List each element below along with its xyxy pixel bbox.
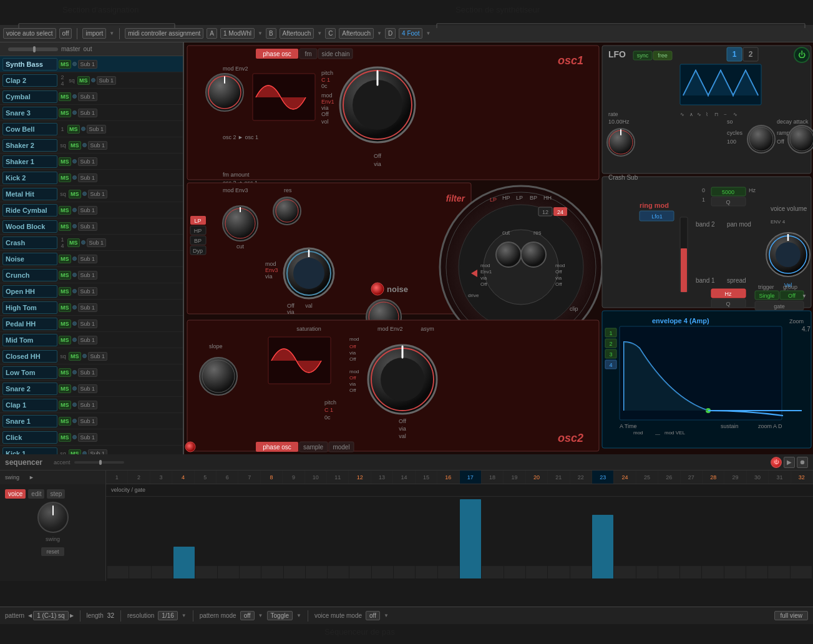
step-num-22[interactable]: 22 — [570, 471, 592, 484]
step-num-7[interactable]: 7 — [238, 471, 260, 484]
voice-sub[interactable]: Sub 1 — [78, 320, 98, 328]
four-foot-arrow[interactable]: ▼ — [426, 31, 431, 36]
voice-item-wood-block[interactable]: Wood BlockMSSub 1 — [0, 218, 183, 235]
voice-item-ride-cymbal[interactable]: Ride CymbalMSSub 1 — [0, 202, 183, 218]
voice-name[interactable]: Cow Bell — [2, 123, 57, 135]
voice-name[interactable]: Closed HH — [2, 350, 57, 363]
swing-knob[interactable] — [37, 502, 69, 533]
voice-ms-button[interactable]: MS — [59, 109, 71, 117]
voice-ms-button[interactable]: MS — [59, 384, 71, 393]
voice-ms-button[interactable]: MS — [69, 190, 81, 198]
voice-sub[interactable]: Sub 1 — [78, 173, 98, 182]
voice-mute-value[interactable]: off — [366, 611, 380, 620]
voice-name[interactable]: Crash — [2, 237, 57, 249]
voice-name[interactable]: Open HH — [2, 285, 57, 298]
step-num-28[interactable]: 28 — [703, 471, 724, 484]
pattern-control[interactable]: ◀ 1 (C-1) sq ▶ — [28, 611, 73, 620]
step-num-8[interactable]: 8 — [261, 471, 283, 484]
step-num-4[interactable]: 4 — [172, 471, 194, 484]
import-button[interactable]: import — [82, 28, 106, 39]
voice-sub[interactable]: Sub 1 — [88, 190, 108, 198]
voice-sub[interactable]: Sub 1 — [78, 336, 98, 344]
step-num-16[interactable]: 16 — [437, 471, 459, 484]
voice-name[interactable]: Wood Block — [2, 220, 57, 233]
voice-name[interactable]: Low Tom — [2, 366, 57, 379]
pattern-next[interactable]: ▶ — [70, 613, 74, 618]
vel-bar-on[interactable] — [592, 515, 613, 578]
voice-ms-button[interactable]: MS — [59, 336, 71, 344]
step-num-27[interactable]: 27 — [681, 471, 703, 484]
voice-name[interactable]: Pedal HH — [2, 318, 57, 330]
voice-item-clap-1[interactable]: Clap 1MSSub 1 — [0, 397, 183, 413]
vel-bar-off[interactable] — [284, 566, 305, 578]
vel-bar-off[interactable] — [680, 566, 701, 578]
voice-mute-arrow[interactable]: ▼ — [384, 613, 389, 618]
vel-bar-off[interactable] — [195, 566, 217, 578]
step-num-14[interactable]: 14 — [393, 471, 415, 484]
voice-sub[interactable]: Sub 1 — [97, 76, 117, 85]
length-value[interactable]: 32 — [107, 612, 114, 619]
vel-bar-off[interactable] — [570, 566, 591, 578]
voice-item-pedal-hh[interactable]: Pedal HHMSSub 1 — [0, 316, 183, 332]
step-num-2[interactable]: 2 — [128, 471, 150, 484]
voice-ms-button[interactable]: MS — [77, 76, 90, 85]
aftertouch-b-dropdown[interactable]: Aftertouch — [280, 28, 314, 39]
step-num-10[interactable]: 10 — [305, 471, 327, 484]
vel-bar-off[interactable] — [702, 566, 723, 578]
voice-item-cymbal[interactable]: CymbalMSSub 1 — [0, 89, 183, 105]
step-num-9[interactable]: 9 — [283, 471, 304, 484]
edit-button[interactable]: edit — [28, 489, 44, 499]
voice-ms-button[interactable]: MS — [59, 287, 71, 296]
step-num-3[interactable]: 3 — [150, 471, 172, 484]
voice-ms-button[interactable]: MS — [59, 173, 71, 182]
full-view-button[interactable]: full view — [774, 611, 808, 620]
vel-bar-off[interactable] — [658, 566, 679, 578]
step-num-24[interactable]: 24 — [614, 471, 636, 484]
vel-bar-off[interactable] — [218, 566, 239, 578]
voice-ms-button[interactable]: MS — [67, 238, 80, 247]
vel-bar-off[interactable] — [438, 566, 459, 578]
accent-handle[interactable] — [99, 460, 102, 465]
vel-bar-off[interactable] — [746, 566, 767, 578]
voice-name[interactable]: Ride Cymbal — [2, 204, 57, 217]
voice-name[interactable]: Snare 1 — [2, 415, 57, 427]
vel-bar-off[interactable] — [416, 566, 437, 578]
voice-item-kick-2[interactable]: Kick 2MSSub 1 — [0, 170, 183, 186]
voice-sub[interactable]: Sub 1 — [78, 417, 98, 426]
voice-ms-button[interactable]: MS — [59, 60, 71, 69]
aftertouch-b-arrow[interactable]: ▼ — [317, 31, 322, 36]
vel-bar-off[interactable] — [240, 566, 261, 578]
voice-name[interactable]: High Tom — [2, 301, 57, 314]
vel-bar-off[interactable] — [636, 566, 658, 578]
voice-sub[interactable]: Sub 1 — [87, 125, 107, 134]
seq-power-btn[interactable]: ⏻ — [771, 457, 782, 468]
vel-bar-off[interactable] — [724, 566, 746, 578]
voice-item-cow-bell[interactable]: Cow Bell1MSSub 1 — [0, 121, 183, 137]
step-num-30[interactable]: 30 — [747, 471, 769, 484]
voice-item-mid-tom[interactable]: Mid TomMSSub 1 — [0, 332, 183, 348]
voice-item-crash[interactable]: Crash1 4MSSub 1 — [0, 235, 183, 251]
step-num-26[interactable]: 26 — [658, 471, 680, 484]
voice-name[interactable]: Shaker 1 — [2, 155, 57, 168]
voice-sub[interactable]: Sub 1 — [78, 433, 98, 442]
voice-item-synth-bass[interactable]: Synth BassMSSub 1 — [0, 56, 183, 72]
voice-ms-button[interactable]: MS — [59, 255, 71, 263]
vel-bar-off[interactable] — [107, 566, 129, 578]
vel-bar-off[interactable] — [394, 566, 415, 578]
aftertouch-c-arrow[interactable]: ▼ — [377, 31, 382, 36]
step-num-29[interactable]: 29 — [724, 471, 746, 484]
step-num-6[interactable]: 6 — [217, 471, 238, 484]
voice-item-snare-2[interactable]: Snare 2MSSub 1 — [0, 381, 183, 397]
master-slider[interactable] — [8, 47, 58, 51]
voice-ms-button[interactable]: MS — [59, 157, 71, 166]
reset-button[interactable]: reset — [41, 547, 64, 556]
voice-name[interactable]: Synth Bass — [2, 58, 57, 71]
vel-bar-on[interactable] — [460, 499, 481, 578]
four-foot-dropdown[interactable]: 4 Foot — [399, 28, 422, 39]
voice-ms-button[interactable]: MS — [69, 352, 81, 361]
voice-item-shaker-1[interactable]: Shaker 1MSSub 1 — [0, 154, 183, 170]
voice-sub[interactable]: Sub 1 — [78, 271, 98, 280]
step-num-32[interactable]: 32 — [791, 471, 813, 484]
step-num-21[interactable]: 21 — [548, 471, 570, 484]
vel-bar-on[interactable] — [173, 547, 195, 578]
